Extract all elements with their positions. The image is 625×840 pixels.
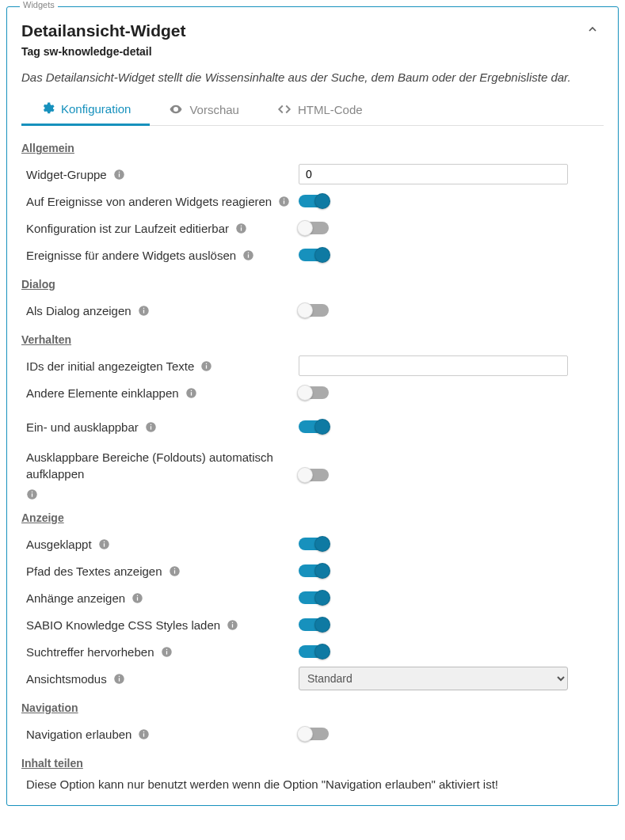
field-label: Ausklappbare Bereiche (Foldouts) automat… bbox=[26, 449, 299, 482]
widget-subtitle: Tag sw-knowledge-detail bbox=[21, 45, 186, 58]
field-label: Als Dialog anzeigen bbox=[26, 304, 131, 317]
svg-rect-2 bbox=[119, 173, 120, 177]
svg-rect-33 bbox=[173, 568, 174, 568]
css-styles-toggle[interactable] bbox=[299, 618, 329, 631]
widget-title: Detailansicht-Widget bbox=[21, 21, 186, 40]
panel-legend: Widgets bbox=[20, 0, 58, 10]
section-allgemein: Allgemein bbox=[21, 142, 604, 154]
svg-rect-8 bbox=[241, 227, 242, 230]
info-icon[interactable] bbox=[161, 646, 173, 658]
svg-rect-17 bbox=[206, 365, 207, 368]
section-dialog: Dialog bbox=[21, 278, 604, 291]
section-anzeige: Anzeige bbox=[21, 511, 604, 524]
svg-rect-45 bbox=[119, 675, 120, 676]
ansichtsmodus-select[interactable]: Standard bbox=[299, 667, 568, 690]
info-icon[interactable] bbox=[98, 538, 110, 550]
nav-erlauben-toggle[interactable] bbox=[299, 728, 329, 740]
field-label: Pfad des Textes anzeigen bbox=[26, 564, 162, 578]
field-label: Ansichtsmodus bbox=[26, 672, 107, 686]
svg-rect-6 bbox=[284, 198, 284, 199]
svg-rect-3 bbox=[119, 171, 120, 172]
svg-rect-30 bbox=[103, 541, 104, 542]
eye-icon bbox=[169, 102, 183, 116]
svg-rect-29 bbox=[103, 543, 104, 546]
ausgeklappt-toggle[interactable] bbox=[299, 538, 329, 550]
chevron-up-icon bbox=[586, 23, 599, 36]
tab-bar: Konfiguration Vorschau HTML-Code bbox=[21, 95, 604, 126]
svg-rect-35 bbox=[137, 597, 138, 600]
widgets-panel: Widgets Detailansicht-Widget Tag sw-know… bbox=[6, 6, 619, 806]
svg-rect-21 bbox=[191, 390, 192, 390]
ids-initial-input[interactable] bbox=[299, 355, 568, 376]
config-form: Allgemein Widget-Gruppe Auf Ereignisse v… bbox=[21, 142, 604, 791]
collapse-button[interactable] bbox=[581, 18, 604, 40]
section-inhalt-teilen: Inhalt teilen bbox=[21, 757, 604, 770]
inhalt-teilen-notice: Diese Option kann nur benutzt werden wen… bbox=[21, 777, 604, 791]
field-label: Navigation erlauben bbox=[26, 728, 131, 741]
info-icon[interactable] bbox=[138, 728, 150, 740]
svg-rect-15 bbox=[143, 307, 143, 308]
tab-label: Vorschau bbox=[189, 103, 239, 116]
svg-rect-24 bbox=[151, 424, 151, 424]
als-dialog-toggle[interactable] bbox=[299, 304, 329, 317]
field-label: SABIO Knowledge CSS Styles laden bbox=[26, 618, 220, 632]
ereignisse-ausloesen-toggle[interactable] bbox=[299, 249, 329, 261]
svg-point-0 bbox=[175, 108, 177, 111]
info-icon[interactable] bbox=[278, 196, 290, 207]
tab-vorschau[interactable]: Vorschau bbox=[150, 95, 258, 125]
info-icon[interactable] bbox=[169, 565, 181, 577]
anhaenge-toggle[interactable] bbox=[299, 591, 329, 604]
field-label: Ein- und ausklappbar bbox=[26, 420, 139, 434]
svg-rect-23 bbox=[151, 426, 151, 429]
info-icon[interactable] bbox=[242, 249, 254, 261]
info-icon[interactable] bbox=[131, 592, 143, 604]
tab-label: HTML-Code bbox=[298, 103, 363, 116]
svg-rect-41 bbox=[166, 651, 166, 654]
field-label: Ausgeklappt bbox=[26, 538, 92, 551]
info-icon[interactable] bbox=[235, 222, 247, 234]
code-icon bbox=[277, 102, 292, 116]
section-verhalten: Verhalten bbox=[21, 333, 604, 346]
info-icon[interactable] bbox=[200, 360, 212, 372]
svg-rect-32 bbox=[173, 570, 174, 573]
widget-gruppe-input[interactable] bbox=[299, 164, 568, 184]
info-icon[interactable] bbox=[227, 619, 238, 631]
field-label: Widget-Gruppe bbox=[26, 168, 107, 181]
auf-ereignisse-toggle[interactable] bbox=[299, 195, 329, 207]
info-icon[interactable] bbox=[138, 305, 150, 317]
svg-rect-11 bbox=[248, 254, 249, 257]
field-label: Suchtreffer hervorheben bbox=[26, 645, 154, 659]
svg-rect-47 bbox=[143, 733, 144, 736]
tab-konfiguration[interactable]: Konfiguration bbox=[21, 95, 150, 126]
svg-rect-5 bbox=[284, 200, 284, 203]
svg-rect-42 bbox=[166, 648, 166, 649]
svg-rect-26 bbox=[32, 493, 32, 496]
andere-einklappen-toggle[interactable] bbox=[299, 386, 329, 399]
section-navigation: Navigation bbox=[21, 701, 604, 714]
svg-rect-18 bbox=[206, 363, 207, 363]
svg-rect-20 bbox=[191, 392, 192, 395]
field-label: Auf Ereignisse von anderen Widgets reagi… bbox=[26, 195, 272, 208]
suchtreffer-toggle[interactable] bbox=[299, 645, 329, 658]
field-label: Konfiguration ist zur Laufzeit editierba… bbox=[26, 222, 229, 235]
field-label: Ereignisse für andere Widgets auslösen bbox=[26, 249, 236, 262]
svg-rect-39 bbox=[232, 621, 233, 622]
info-icon[interactable] bbox=[113, 169, 125, 181]
svg-rect-14 bbox=[143, 310, 143, 313]
tab-html-code[interactable]: HTML-Code bbox=[258, 95, 382, 125]
ein-ausklappbar-toggle[interactable] bbox=[299, 420, 329, 433]
konfig-laufzeit-toggle[interactable] bbox=[299, 222, 329, 234]
info-icon[interactable] bbox=[26, 488, 38, 500]
tab-label: Konfiguration bbox=[61, 102, 131, 116]
svg-rect-36 bbox=[137, 595, 138, 595]
foldouts-auto-toggle[interactable] bbox=[299, 469, 329, 481]
svg-rect-48 bbox=[143, 731, 144, 732]
pfad-text-toggle[interactable] bbox=[299, 564, 329, 577]
svg-rect-27 bbox=[32, 492, 32, 492]
field-label: IDs der initial angezeigten Texte bbox=[26, 359, 194, 373]
field-label: Anhänge anzeigen bbox=[26, 591, 125, 605]
info-icon[interactable] bbox=[113, 673, 125, 685]
info-icon[interactable] bbox=[185, 387, 197, 399]
widget-description: Das Detailansicht-Widget stellt die Wiss… bbox=[21, 70, 604, 84]
info-icon[interactable] bbox=[145, 421, 157, 433]
